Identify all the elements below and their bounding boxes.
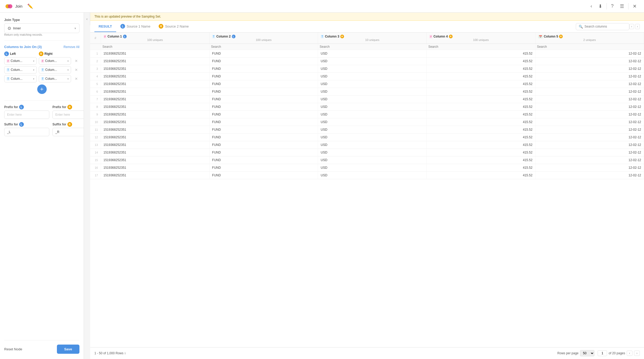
col1-badge: L	[123, 35, 127, 38]
row-col1-cell: 1519368252351	[101, 80, 209, 88]
page-prev-button[interactable]: ‹	[627, 351, 632, 356]
left-col-select-3[interactable]: T Colum... ▾	[4, 75, 37, 82]
top-bar: Join ✏️ ‹ ⬇ ? ☰ ✕	[0, 0, 644, 13]
prefix-suffix-section: Prefix for L Prefix for R Su	[4, 105, 79, 136]
column-nav-prev-button[interactable]: ‹	[629, 24, 634, 29]
help-button[interactable]: ?	[609, 2, 616, 10]
row-col4-cell: 415.52	[427, 156, 535, 164]
divider-2	[4, 100, 79, 101]
row-col3-cell: USD	[318, 65, 427, 73]
join-type-select[interactable]: ⊙ Inner ▾	[4, 23, 79, 33]
row-num-cell: 2	[90, 57, 101, 65]
row-col1-cell: 1519368252351	[101, 134, 209, 141]
edit-title-button[interactable]: ✏️	[25, 2, 35, 10]
row-col1-cell: 1519368252351	[101, 156, 209, 164]
close-button[interactable]: ✕	[631, 2, 639, 10]
row-col3-cell: USD	[318, 141, 427, 149]
row-col2-cell: FUND	[209, 88, 318, 96]
row-col4-cell: 415.52	[427, 149, 535, 156]
remove-row-1-button[interactable]: ✕	[73, 59, 79, 63]
col4-search-input[interactable]	[428, 45, 533, 49]
col5-search-input[interactable]	[537, 45, 642, 49]
col5-search-cell	[535, 44, 644, 50]
info-button[interactable]: ☰	[618, 2, 626, 10]
row-col5-cell: 12-02-12	[535, 65, 644, 73]
row-col5-cell: 12-02-12	[535, 126, 644, 134]
row-col5-cell: 12-02-12	[535, 50, 644, 57]
reset-node-button[interactable]: Reset Node	[4, 347, 22, 351]
row-col2-cell: FUND	[209, 172, 318, 179]
row-col4-cell: 415.52	[427, 88, 535, 96]
row-num-cell: 5	[90, 80, 101, 88]
row-num-cell: 10	[90, 118, 101, 126]
tab-result-label: RESULT	[99, 24, 112, 28]
info-icon[interactable]: ℹ	[125, 352, 126, 355]
text-type-icon: T	[41, 77, 44, 81]
right-col-select-2[interactable]: T Colum... ▾	[39, 66, 71, 73]
remove-all-button[interactable]: Remove All	[63, 45, 79, 49]
col2-type-icon: T	[212, 35, 215, 38]
left-col-select-2[interactable]: T Colum... ▾	[4, 66, 37, 73]
row-num-cell: 8	[90, 103, 101, 111]
right-col-select-3[interactable]: T Colum... ▾	[39, 75, 71, 82]
table-row: 121519368252351FUNDUSD415.5212-02-12	[90, 134, 644, 141]
col3-search-input[interactable]	[320, 45, 425, 49]
chevron-down-icon: ▾	[33, 77, 34, 80]
tab-source2-label: Source 2 Name	[165, 24, 189, 28]
download-button[interactable]: ⬇	[596, 2, 604, 10]
col4-search-cell	[427, 44, 535, 50]
row-col3-cell: USD	[318, 156, 427, 164]
table-body: 11519368252351FUNDUSD415.5212-02-1221519…	[90, 50, 644, 179]
chevron-down-icon: ▾	[67, 60, 69, 62]
right-badge: R	[39, 51, 44, 56]
row-col5-cell: 12-02-12	[535, 156, 644, 164]
col2-search-cell	[209, 44, 318, 50]
page-input[interactable]	[598, 350, 607, 356]
save-button[interactable]: Save	[57, 345, 79, 354]
search-columns-input[interactable]	[584, 25, 626, 28]
table-header-row: # # Column 1 L 100 uniques	[90, 33, 644, 44]
tab-result[interactable]: RESULT	[94, 21, 116, 32]
suffix-R-group: Suffix for R	[52, 122, 84, 136]
page-next-button[interactable]: ›	[634, 351, 640, 356]
col1-type-icon: #	[104, 35, 107, 38]
tab-source2[interactable]: R Source 2 Name	[154, 21, 193, 32]
suffix-L-input[interactable]	[4, 128, 49, 136]
row-col5-cell: 12-02-12	[535, 134, 644, 141]
right-col-select-1[interactable]: # Colum... ▾	[39, 57, 71, 65]
left-col-select-1[interactable]: # Colum... ▾	[4, 57, 37, 65]
col3-header: T Column 3 R 10 uniques	[318, 33, 427, 44]
row-col1-cell: 1519368252351	[101, 126, 209, 134]
col1-name: Column 1	[108, 35, 122, 38]
collapse-panel-button[interactable]: ‹	[84, 13, 90, 25]
row-col5-cell: 12-02-12	[535, 141, 644, 149]
tab-source1[interactable]: L Source 1 Name	[116, 21, 154, 32]
join-type-section: Join Type ⊙ Inner ▾ Return only matching…	[4, 18, 79, 36]
suffix-R-input[interactable]	[52, 128, 84, 136]
join-type-value: Inner	[13, 26, 72, 30]
table-row: 131519368252351FUNDUSD415.5212-02-12	[90, 141, 644, 149]
column-nav-next-button[interactable]: ›	[635, 24, 640, 29]
add-row-button[interactable]: +	[37, 85, 47, 94]
right-label-text: Right	[45, 52, 53, 56]
remove-row-2-button[interactable]: ✕	[73, 68, 79, 72]
row-col4-cell: 415.52	[427, 103, 535, 111]
of-pages-text: of 20 pages	[609, 351, 625, 355]
row-num-cell: 4	[90, 73, 101, 80]
row-col2-cell: FUND	[209, 103, 318, 111]
col3-uniques: 10 uniques	[321, 38, 424, 41]
chevron-down-icon: ▾	[67, 68, 69, 71]
prefix-L-input[interactable]	[4, 110, 49, 119]
join-type-label: Join Type	[4, 18, 79, 22]
remove-row-3-button[interactable]: ✕	[73, 77, 79, 81]
rows-per-page-select[interactable]: 50 100 200	[580, 350, 594, 356]
col2-search-input[interactable]	[211, 45, 316, 49]
back-button[interactable]: ‹	[588, 2, 594, 10]
row-col1-cell: 1519368252351	[101, 65, 209, 73]
prefix-R-input[interactable]	[52, 110, 84, 119]
text-type-icon: T	[7, 77, 10, 81]
table-container: # # Column 1 L 100 uniques	[90, 33, 644, 347]
left-col-name-1: Colum...	[11, 59, 32, 63]
col1-search-input[interactable]	[103, 45, 208, 49]
row-col3-cell: USD	[318, 57, 427, 65]
